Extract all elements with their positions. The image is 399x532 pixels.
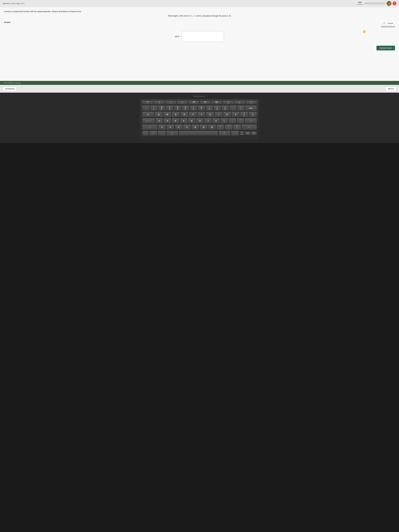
key-n[interactable]: N: [200, 124, 208, 130]
key-3[interactable]: #3: [166, 105, 173, 111]
keyboard-shortcuts-link[interactable]: Keyboard Shortcuts: [381, 25, 395, 27]
key-0[interactable]: )0: [222, 105, 229, 111]
key-1[interactable]: !1: [150, 105, 158, 111]
key-x[interactable]: X: [166, 124, 174, 130]
key-equals[interactable]: +=: [237, 105, 245, 111]
key-arrow-down[interactable]: ▼: [240, 133, 244, 135]
key-option-left[interactable]: ⌥ option: [158, 131, 166, 136]
key-command-right[interactable]: ⌘ command: [219, 131, 230, 136]
key-o[interactable]: O: [223, 112, 231, 117]
f12-label: F12: [250, 103, 252, 104]
answer-input-row: p(x) =: [4, 31, 395, 42]
key-f11[interactable]: 🔉 F11: [234, 101, 245, 104]
key-w[interactable]: W: [163, 112, 171, 117]
f8-label: F8: [205, 103, 206, 104]
key-r[interactable]: R: [180, 112, 188, 117]
key-u[interactable]: U: [206, 112, 214, 117]
hand-cursor-icon: 🖐: [362, 30, 366, 33]
key-k[interactable]: K: [212, 118, 220, 124]
key-4[interactable]: $4: [174, 105, 181, 111]
f9-label: F9: [216, 103, 217, 104]
asdf-row: caps lock A S D F G H J K L :; "' return: [142, 118, 257, 124]
submit-area: Submit Answer: [4, 46, 395, 51]
correct-status: Correct: [357, 3, 363, 5]
key-8[interactable]: *8: [206, 105, 213, 111]
key-s[interactable]: S: [164, 118, 171, 124]
key-control[interactable]: control: [149, 131, 157, 136]
key-f3[interactable]: ⊞ F3: [142, 101, 153, 104]
f7-label: F7: [193, 103, 194, 104]
key-f6[interactable]: ☆☆ F6: [177, 101, 188, 104]
key-tab[interactable]: tab: [142, 112, 154, 117]
macbook-label: MacBook Air: [1, 95, 398, 97]
key-z[interactable]: Z: [158, 124, 166, 130]
key-return[interactable]: return: [245, 118, 257, 124]
lives-badge: 3: [393, 2, 396, 5]
progress-bar-container: [364, 2, 385, 4]
key-f12[interactable]: 🔊 F12: [246, 101, 257, 104]
key-period[interactable]: >.: [225, 124, 233, 130]
key-lbracket[interactable]: {[: [240, 112, 248, 117]
key-space[interactable]: [179, 131, 218, 136]
key-minus[interactable]: _-: [229, 105, 237, 111]
key-tilde[interactable]: ~`: [142, 105, 150, 111]
key-m[interactable]: M: [208, 124, 216, 130]
copyright-text: © 2021 Hawkes Learning: [3, 82, 20, 84]
key-y[interactable]: Y: [197, 112, 205, 117]
keypad-button[interactable]: Keypad: [386, 21, 395, 25]
key-command-left[interactable]: ⌘ command: [166, 131, 178, 136]
previous-button[interactable]: ◄ Previous: [3, 87, 17, 91]
key-7[interactable]: &7: [198, 105, 205, 111]
submit-button[interactable]: Submit Answer: [376, 46, 395, 51]
key-arrow-left[interactable]: ◄: [245, 131, 250, 135]
key-9[interactable]: (9: [214, 105, 221, 111]
key-delete[interactable]: delete: [245, 105, 257, 111]
key-f4[interactable]: ⠿ F4: [154, 101, 165, 104]
key-f10[interactable]: 🔇 F10: [223, 101, 234, 104]
key-f8[interactable]: ▶II F8: [200, 101, 211, 104]
f6-label: F6: [182, 103, 183, 104]
key-semicolon[interactable]: :;: [228, 118, 236, 124]
key-2[interactable]: @2: [158, 105, 165, 111]
key-q[interactable]: Q: [155, 112, 163, 117]
key-arrow-right[interactable]: ►: [251, 131, 257, 135]
key-quote[interactable]: "': [237, 118, 244, 124]
key-shift-left[interactable]: shift: [142, 124, 158, 130]
key-c[interactable]: C: [175, 124, 183, 130]
key-rbracket[interactable]: }]: [249, 112, 257, 117]
key-h[interactable]: H: [196, 118, 204, 124]
f9-icon: ▶▶: [215, 101, 218, 103]
key-f5[interactable]: ☆ F5: [165, 101, 176, 104]
key-i[interactable]: I: [215, 112, 223, 117]
key-capslock[interactable]: caps lock: [142, 118, 155, 124]
answer-input[interactable]: [182, 31, 224, 42]
next-button[interactable]: Next ►: [386, 87, 396, 91]
key-5[interactable]: %5: [182, 105, 189, 111]
question-instruction: Construct a polynomial function with the…: [4, 10, 395, 13]
key-6[interactable]: ^6: [190, 105, 197, 111]
key-d[interactable]: D: [172, 118, 179, 124]
key-fn[interactable]: fn: [142, 131, 149, 136]
f7-icon: ◀◀: [192, 101, 195, 103]
f11-label: F11: [239, 103, 241, 104]
key-arrow-up[interactable]: ▲: [240, 131, 244, 133]
key-j[interactable]: J: [204, 118, 212, 124]
key-b[interactable]: B: [191, 124, 199, 130]
key-e[interactable]: E: [172, 112, 180, 117]
key-f7[interactable]: ◀◀ F7: [188, 101, 199, 104]
f11-icon: 🔉: [239, 101, 241, 103]
key-option-right[interactable]: ⌥ option: [231, 131, 239, 136]
key-slash[interactable]: ?/: [233, 124, 241, 130]
key-t[interactable]: T: [189, 112, 197, 117]
key-a[interactable]: A: [155, 118, 163, 124]
key-f[interactable]: F: [180, 118, 188, 124]
key-p[interactable]: P: [232, 112, 240, 117]
key-shift-right[interactable]: shift: [241, 124, 257, 130]
score-area: 0/15 Correct 🎭 3: [357, 1, 396, 6]
key-l[interactable]: L: [221, 118, 228, 124]
key-comma[interactable]: <,: [216, 124, 224, 130]
key-v[interactable]: V: [183, 124, 191, 130]
key-g[interactable]: G: [188, 118, 196, 124]
f10-label: F10: [227, 103, 229, 104]
key-f9[interactable]: ▶▶ F9: [211, 101, 222, 104]
